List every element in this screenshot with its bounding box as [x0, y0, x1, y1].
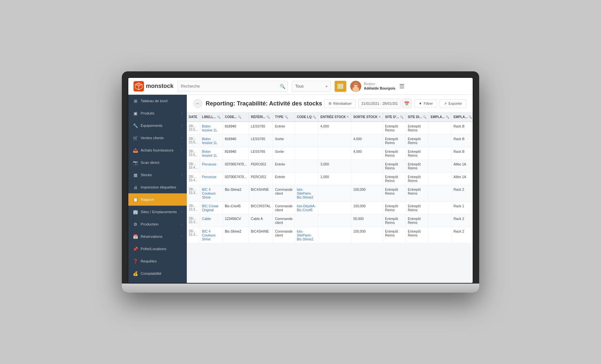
filter-button[interactable]: ▼ Filtrer — [414, 99, 437, 108]
sidebar-item-requetes[interactable]: ❓ Requêtes — [128, 255, 187, 267]
table-row[interactable]: 28/... 15:3...BIC Cristal OriginalBic-Cr… — [187, 202, 473, 214]
col-search-icon[interactable]: 🔍 — [423, 115, 427, 119]
search-wrap: 🔍 — [177, 81, 288, 92]
cell-2-8: Entrepôt Reims — [383, 147, 406, 160]
col-search-icon[interactable]: 🔍 — [285, 115, 288, 119]
cell-4-7 — [351, 173, 383, 185]
sidebar-item-ventes-clients[interactable]: 🛒 Ventes clients › — [128, 132, 187, 144]
cell-5-8: Entrepôt Reims — [383, 185, 406, 202]
logo-area: monstock — [134, 81, 173, 91]
cell-2-10 — [428, 147, 451, 160]
col-entree_stock: ENTRÉE STOCK⇅ — [318, 113, 351, 122]
filter-select-wrap: Tous ▼ — [292, 81, 331, 92]
menu-icon[interactable]: ☰ — [399, 83, 404, 90]
sidebar-item-equipements[interactable]: 🔧 Équipements › — [128, 119, 187, 132]
cell-6-11: Rack 1 — [451, 202, 473, 214]
cell-7-9: Entrepôt Reims — [406, 214, 428, 227]
col-search-icon[interactable]: 🔍 — [313, 115, 316, 119]
col-search-icon[interactable]: 🔍 — [217, 115, 221, 119]
cell-0-6: 4,000 — [318, 122, 351, 135]
sidebar-item-scan-direct[interactable]: 📷 Scan direct — [128, 156, 187, 169]
cell-0-11: Rack B — [451, 122, 473, 135]
sidebar-item-stocks[interactable]: ▦ Stocks › — [128, 169, 187, 181]
sidebar-item-achats-fournisseurs[interactable]: 📥 Achats fournisseurs › — [128, 144, 187, 156]
table-wrap: DATE LIBELL...🔍 CODE...🔍 RÉFÉRI...🔍 TYPE… — [187, 113, 473, 283]
table-row[interactable]: 28/... 15:3...BIC 4 Couleurs ShineBic-Sh… — [187, 185, 473, 202]
col-search-icon[interactable]: 🔍 — [238, 115, 241, 119]
table-row[interactable]: 28/... 15:3...BIC 4 Couleurs ShineBic-Sh… — [187, 227, 473, 244]
cell-5-7: 100,000 — [351, 185, 383, 202]
page-title: Reporting: Traçabilité: Activité des sto… — [206, 100, 322, 107]
sidebar-label: Production — [141, 222, 159, 226]
back-button[interactable]: ← — [193, 99, 202, 108]
sidebar-item-comptabilite[interactable]: 💰 Comptabilité — [128, 267, 187, 280]
sidebar-item-reservations[interactable]: 📅 Réservations › — [128, 230, 187, 243]
sidebar-item-tableau-de-bord[interactable]: ⊞ Tableau de bord — [128, 95, 187, 107]
table-row[interactable]: 28/... 15:3...Cable123456CVCable AComman… — [187, 214, 473, 227]
sidebar-item-left: 📥 Achats fournisseurs — [133, 148, 173, 153]
user-greeting: Bonjour — [364, 82, 395, 86]
search-input[interactable] — [177, 81, 288, 92]
cell-8-8: Entrepôt Reims — [383, 227, 406, 244]
filter-select[interactable]: Tous — [292, 81, 331, 92]
export-button[interactable]: ↗ Exporter — [440, 99, 466, 108]
cell-3-4: Entrée — [273, 160, 295, 173]
sidebar-item-left: ❓ Requêtes — [133, 259, 157, 264]
cell-7-2: 123456CV — [223, 214, 249, 227]
table-row[interactable]: 28/... 15:5...Bidon lessive 1L816940LESS… — [187, 135, 473, 147]
cell-8-3: BIC4SHINE — [249, 227, 273, 244]
cell-4-3: PERC652 — [249, 173, 273, 185]
sidebar-item-prets-locations[interactable]: 📌 Prêts/Locations — [128, 243, 187, 255]
cell-3-0: 28/... 15:4... — [187, 160, 200, 173]
content: ← Reporting: Traçabilité: Activité des s… — [187, 95, 473, 283]
sidebar-item-left: 📅 Réservations — [133, 234, 162, 239]
cell-0-0: 28/... 15:5... — [187, 122, 200, 135]
col-referi: RÉFÉRI...🔍 — [249, 113, 273, 122]
sidebar-item-rapport[interactable]: 📋 Rapport — [128, 193, 187, 206]
reservations-icon: 📅 — [133, 234, 138, 239]
cell-6-3: BICCRISTAL — [249, 202, 273, 214]
cell-1-10 — [428, 135, 451, 147]
table-row[interactable]: 28/... 15:5...Bidon lessive 1L816940LESS… — [187, 122, 473, 135]
avatar-image — [350, 81, 361, 92]
col-sortie_stock: SORTIE STOCK⇅ — [351, 113, 383, 122]
sidebar: ⊞ Tableau de bord ▣ Produits › 🔧 Équipem… — [128, 95, 187, 283]
col-label: CODE LQ — [297, 115, 312, 119]
table-row[interactable]: 28/... 15:4...Perceuse0370057470...PERC6… — [187, 160, 473, 173]
cell-7-4: Commande client — [273, 214, 295, 227]
col-search-icon[interactable]: 🔍 — [446, 115, 449, 119]
date-range-input[interactable] — [358, 99, 401, 108]
chevron-icon: › — [181, 112, 182, 115]
col-search-icon[interactable]: 🔍 — [266, 115, 270, 119]
table-row[interactable]: 28/... 15:5...Bidon lessive 1L816940LESS… — [187, 147, 473, 160]
table-row[interactable]: 28/... 15:4...Perceuse0370057470...PERC6… — [187, 173, 473, 185]
cell-2-3: LESS765 — [249, 147, 273, 160]
cell-3-10 — [428, 160, 451, 173]
cell-5-3: BIC4SHINE — [249, 185, 273, 202]
svg-rect-11 — [342, 84, 342, 89]
sidebar-label: Sites / Emplacements — [141, 210, 177, 214]
svg-point-15 — [352, 87, 359, 92]
sidebar-item-produits[interactable]: ▣ Produits › — [128, 107, 187, 119]
calendar-button[interactable]: 📅 — [402, 99, 412, 108]
sort-icon[interactable]: ⇅ — [347, 115, 349, 118]
sort-icon[interactable]: ⇅ — [378, 115, 381, 118]
col-libelle: LIBELL...🔍 — [200, 113, 223, 122]
cell-7-3: Cable A — [249, 214, 273, 227]
sidebar-item-impression-etiquettes[interactable]: 🖨 Impression étiquettes — [128, 181, 187, 193]
sidebar-label: Achats fournisseurs — [141, 148, 173, 152]
col-search-icon[interactable]: 🔍 — [400, 115, 403, 119]
sidebar-item-production[interactable]: ⚙ Production › — [128, 218, 187, 230]
col-label: SORTIE STOCK — [353, 115, 377, 119]
sidebar-label: Rapport — [141, 198, 154, 201]
scan-direct-icon: 📷 — [133, 160, 138, 165]
cell-7-6 — [318, 214, 351, 227]
search-icon[interactable]: 🔍 — [280, 84, 285, 89]
cell-8-7: 100,000 — [351, 227, 383, 244]
reinit-button[interactable]: ⚙ Réinitialiser — [324, 99, 356, 108]
sidebar-item-sites-emplacements[interactable]: 🏢 Sites / Emplacements › — [128, 206, 187, 218]
barcode-button[interactable] — [335, 81, 346, 92]
cell-4-8: Entrepôt Reims — [383, 173, 406, 185]
cell-4-10 — [428, 173, 451, 185]
col-search-icon[interactable]: 🔍 — [468, 115, 472, 119]
